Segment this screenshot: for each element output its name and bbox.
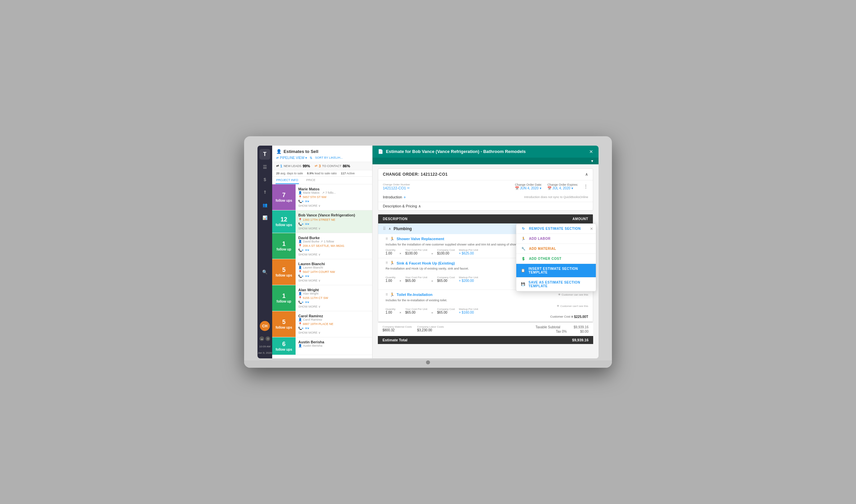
labor-icon: 🏃 <box>521 237 526 240</box>
contact-row[interactable]: 7 follow ups Marie Matos 👤Marie Matos ↗ … <box>272 184 372 211</box>
change-order-block: CHANGE ORDER: 1421122-CO1 ∧ Change Order… <box>378 168 593 211</box>
phone-icon[interactable]: 📞▾ <box>298 222 304 226</box>
sort-label[interactable]: SORT BY LIKELIH... <box>315 156 343 159</box>
remove-section-btn[interactable]: ↻ REMOVE ESTIMATE SECTION <box>516 224 596 234</box>
email-icon[interactable]: ✉▾ <box>305 200 309 203</box>
email-icon[interactable]: ✉▾ <box>305 327 309 330</box>
email-icon[interactable]: ✉▾ <box>305 274 309 278</box>
company-cost-label: Company Cost <box>437 276 455 279</box>
show-more-btn[interactable]: SHOW MORE ∨ <box>298 279 370 282</box>
contact-name: Carol Ramírez <box>298 314 370 318</box>
customer-note-toilet: 👁 Customer can't see this <box>386 305 588 308</box>
show-more-btn[interactable]: SHOW MORE ∨ <box>298 204 370 208</box>
new-leads-count: 1 <box>280 164 282 168</box>
company-cost-value: $65.00 <box>437 311 455 314</box>
add-material-btn[interactable]: 🔧 ADD MATERIAL <box>516 244 596 254</box>
contact-sub: 👤David Burke ↗ 1 follow <box>298 240 370 243</box>
tab-project-info[interactable]: PROJECT INFO <box>275 177 299 184</box>
markup-label: Markup Per Unit <box>459 308 478 311</box>
sidebar-icon-people[interactable]: 👥 <box>259 200 270 211</box>
laptop-screen: T ☰ $ ⇑ 👥 📊 🔍 CH ☁ ⚙ 10:09 AM Jan 9, 202… <box>257 146 599 359</box>
contact-info-alan: Alan Wright 👤Alan Wright 📍 5155 11TH CT … <box>295 285 372 311</box>
section-chevron[interactable]: ∧ <box>389 227 391 231</box>
contact-badge-marie: 7 follow ups <box>272 184 295 210</box>
context-menu-close[interactable]: ✕ <box>590 227 593 231</box>
tab-price[interactable]: PRICE <box>306 177 316 184</box>
show-more-btn[interactable]: SHOW MORE ∨ <box>298 253 370 256</box>
qty-label: Quantity <box>386 276 396 279</box>
expires-dropdown[interactable]: ▾ <box>571 186 573 190</box>
estimate-doc-icon: 📄 <box>378 149 383 154</box>
add-introduction-btn[interactable]: + <box>403 195 406 200</box>
customer-cost-value: = $225.00T <box>571 315 588 319</box>
company-cost-value: $100.00 <box>437 252 455 255</box>
show-more-btn[interactable]: SHOW MORE ∨ <box>298 331 370 334</box>
user-avatar[interactable]: CH <box>260 321 270 331</box>
co-date-value[interactable]: JUN 4, 2020 <box>520 186 539 190</box>
tax-value: $0.00 <box>580 330 588 333</box>
estimate-total-bar: Estimate Total $9,939.16 <box>378 336 593 344</box>
collapse-icon[interactable]: ∧ <box>585 172 588 177</box>
markup-label: Markup Per Unit <box>459 249 478 252</box>
sidebar-icon-chart[interactable]: 📊 <box>259 212 270 223</box>
customer-cost-row-toilet: Customer Cost = $225.00T <box>386 315 588 319</box>
close-button[interactable]: ✕ <box>589 149 593 154</box>
date-dropdown[interactable]: ▾ <box>540 186 541 190</box>
contact-row-bob[interactable]: 12 follow ups Bob Vance (Vance Refrigera… <box>272 211 372 233</box>
add-other-btn[interactable]: 💲 ADD OTHER COST <box>516 254 596 264</box>
sidebar-icon-dollar[interactable]: $ <box>259 174 270 185</box>
sidebar-icon-list[interactable]: ☰ <box>259 162 270 172</box>
contact-row-carol[interactable]: 5 follow ups Carol Ramírez 👤Carol Ramire… <box>272 311 372 337</box>
sidebar-icon-home[interactable]: T <box>259 149 270 160</box>
co-expires-value[interactable]: JUL 4, 2020 <box>552 186 570 190</box>
to-contact-label: TO CONTACT <box>322 164 341 168</box>
contact-badge-lauren: 5 follow ups <box>272 259 295 285</box>
pipeline-view-btn[interactable]: ⇌ PIPELINE VIEW ▾ <box>276 156 307 160</box>
email-icon[interactable]: ✉▾ <box>305 249 309 252</box>
phone-icon[interactable]: 📞▾ <box>298 301 304 304</box>
estimate-title-text: Estimate for Bob Vance (Vance Refrigerat… <box>386 149 526 154</box>
sidebar-icon-search[interactable]: 🔍 <box>259 267 270 277</box>
contact-info-david: David Burke 👤David Burke ↗ 1 follow 📍 20… <box>295 233 372 259</box>
dropdown-arrow[interactable]: ▾ <box>591 159 593 163</box>
contact-address: 📍 5155 11TH CT SW <box>298 296 370 300</box>
save-template-btn[interactable]: 💾 SAVE AS ESTIMATE SECTION TEMPLATE <box>516 277 596 291</box>
qty-label: Quantity <box>386 308 396 311</box>
contact-row-lauren[interactable]: 5 follow ups Lauren Bianchi 👤Lauren Bian… <box>272 259 372 285</box>
desc-pricing-header[interactable]: Description & Pricing ∧ <box>378 202 593 211</box>
phone-icon[interactable]: 📞▾ <box>298 249 304 252</box>
follow-label: follow up <box>276 300 291 303</box>
show-more-btn[interactable]: SHOW MORE ∨ <box>298 305 370 308</box>
stat-to-contact: ⇌ 3 TO CONTACT 86% <box>315 164 350 168</box>
phone-icon[interactable]: 📞▾ <box>298 200 304 203</box>
cloud-icon: ☁ <box>259 336 264 341</box>
insert-template-btn[interactable]: 📋 INSERT ESTIMATE SECTION TEMPLATE <box>516 264 596 277</box>
phone-icon[interactable]: 📞▾ <box>298 327 304 330</box>
edit-icon[interactable]: ✏ <box>407 186 410 190</box>
lead-ratio: 8.9% lead to sale ratio <box>307 172 337 175</box>
contact-row-david[interactable]: 1 follow up David Burke 👤David Burke ↗ 1… <box>272 233 372 259</box>
estimate-header: 📄 Estimate for Bob Vance (Vance Refriger… <box>373 146 599 158</box>
drag-handle[interactable]: ⠿ <box>386 237 388 241</box>
drag-handle[interactable]: ⠿ <box>383 227 386 231</box>
co-dates: Change Order Date: 📅 JUN 4, 2020 ▾ Chang… <box>515 183 588 190</box>
contact-row-austin[interactable]: 6 follow ups Austin Berisha 👤Austin Beri… <box>272 337 372 355</box>
email-icon[interactable]: ✉▾ <box>305 301 309 304</box>
contact-actions: 📞▾ ✉▾ <box>298 249 370 252</box>
more-options-icon[interactable]: ⋮ <box>583 184 588 189</box>
co-number-label: Change Order Number <box>383 183 410 186</box>
email-icon[interactable]: ✉▾ <box>305 222 309 226</box>
contact-address: 📍 1393 17TH STREET NE <box>298 218 370 221</box>
drag-handle[interactable]: ⠿ <box>386 261 388 265</box>
material-icon: 🔧 <box>521 247 526 251</box>
contact-row-alan[interactable]: 1 follow up Alan Wright 👤Alan Wright 📍 5… <box>272 285 372 311</box>
cost-value: $65.00 <box>405 311 427 314</box>
contact-badge-bob: 12 follow ups <box>272 211 295 233</box>
add-labor-btn[interactable]: 🏃 ADD LABOR <box>516 234 596 244</box>
change-order-details: Change Order Number 1421122-CO1 ✏ Change… <box>378 180 593 193</box>
drag-handle[interactable]: ⠿ <box>386 293 388 296</box>
phone-icon[interactable]: 📞▾ <box>298 274 304 278</box>
app-container: T ☰ $ ⇑ 👥 📊 🔍 CH ☁ ⚙ 10:09 AM Jan 9, 202… <box>257 146 599 359</box>
show-more-btn[interactable]: SHOW MORE ∨ <box>298 227 370 230</box>
sidebar-icon-upload[interactable]: ⇑ <box>259 187 270 198</box>
